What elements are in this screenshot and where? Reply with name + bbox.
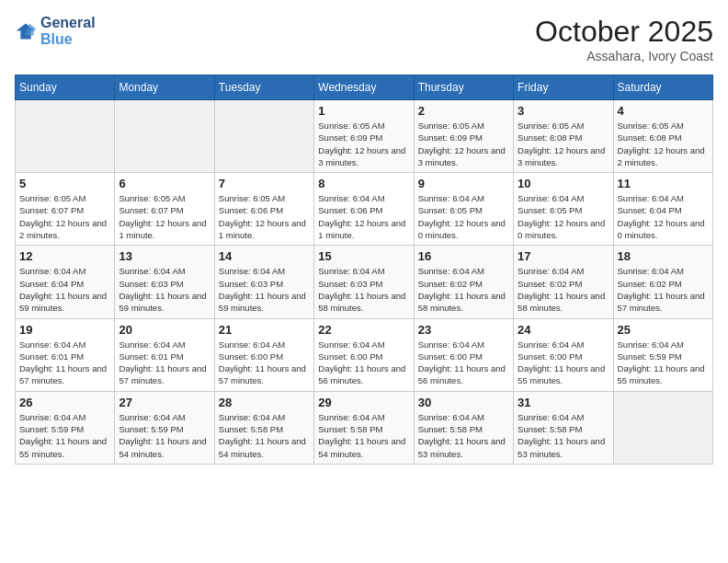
title-section: October 2025 Assahara, Ivory Coast [535,15,713,63]
calendar-cell: 11Sunrise: 6:04 AMSunset: 6:04 PMDayligh… [613,173,712,246]
day-number: 27 [119,396,210,409]
calendar-cell: 30Sunrise: 6:04 AMSunset: 5:58 PMDayligh… [414,391,513,464]
day-number: 9 [418,177,509,190]
day-info: Sunrise: 6:04 AMSunset: 6:02 PMDaylight:… [618,265,709,314]
day-number: 2 [418,104,509,118]
calendar-cell: 19Sunrise: 6:04 AMSunset: 6:01 PMDayligh… [16,318,115,391]
day-info: Sunrise: 6:04 AMSunset: 6:04 PMDaylight:… [19,265,110,314]
day-info: Sunrise: 6:04 AMSunset: 6:03 PMDaylight:… [119,265,210,314]
day-number: 12 [19,249,110,263]
logo-line1: General [40,15,96,31]
day-number: 1 [318,104,409,118]
calendar-cell: 17Sunrise: 6:04 AMSunset: 6:02 PMDayligh… [514,246,613,318]
day-number: 22 [318,323,409,337]
day-info: Sunrise: 6:04 AMSunset: 6:03 PMDaylight:… [318,265,409,314]
calendar-cell: 3Sunrise: 6:05 AMSunset: 6:08 PMDaylight… [514,100,613,173]
day-info: Sunrise: 6:04 AMSunset: 5:59 PMDaylight:… [19,411,110,460]
day-info: Sunrise: 6:04 AMSunset: 6:06 PMDaylight:… [318,192,409,241]
page-header: General Blue October 2025 Assahara, Ivor… [15,15,713,63]
calendar-cell: 21Sunrise: 6:04 AMSunset: 6:00 PMDayligh… [214,318,313,391]
calendar-cell: 7Sunrise: 6:05 AMSunset: 6:06 PMDaylight… [214,173,313,246]
calendar-cell: 6Sunrise: 6:05 AMSunset: 6:07 PMDaylight… [115,173,214,246]
logo: General Blue [15,15,96,47]
calendar-cell: 9Sunrise: 6:04 AMSunset: 6:05 PMDaylight… [414,173,513,246]
day-info: Sunrise: 6:04 AMSunset: 5:59 PMDaylight:… [119,411,210,460]
day-number: 6 [119,177,210,190]
calendar-cell: 4Sunrise: 6:05 AMSunset: 6:08 PMDaylight… [613,100,712,173]
day-number: 17 [518,249,609,263]
day-info: Sunrise: 6:04 AMSunset: 5:58 PMDaylight:… [518,411,609,460]
calendar-cell [214,100,313,173]
day-info: Sunrise: 6:05 AMSunset: 6:06 PMDaylight:… [219,192,310,241]
day-info: Sunrise: 6:05 AMSunset: 6:09 PMDaylight:… [318,120,409,168]
weekday-header: Monday [115,75,214,100]
calendar-header: SundayMondayTuesdayWednesdayThursdayFrid… [16,75,713,100]
day-info: Sunrise: 6:05 AMSunset: 6:08 PMDaylight:… [518,120,609,168]
day-info: Sunrise: 6:05 AMSunset: 6:08 PMDaylight:… [618,120,709,168]
day-number: 18 [618,249,709,263]
calendar-cell [16,100,115,173]
day-info: Sunrise: 6:04 AMSunset: 6:02 PMDaylight:… [418,265,509,314]
calendar-cell: 18Sunrise: 6:04 AMSunset: 6:02 PMDayligh… [613,246,712,318]
calendar-cell [115,100,214,173]
day-info: Sunrise: 6:04 AMSunset: 6:00 PMDaylight:… [418,339,509,387]
day-number: 3 [518,104,609,118]
calendar-cell: 15Sunrise: 6:04 AMSunset: 6:03 PMDayligh… [314,246,414,318]
day-number: 15 [318,249,409,263]
day-number: 4 [618,104,709,118]
day-info: Sunrise: 6:04 AMSunset: 6:01 PMDaylight:… [19,339,110,387]
day-number: 8 [318,177,409,190]
day-info: Sunrise: 6:04 AMSunset: 5:58 PMDaylight:… [219,411,310,460]
day-number: 13 [119,249,210,263]
calendar-cell: 26Sunrise: 6:04 AMSunset: 5:59 PMDayligh… [16,391,115,464]
calendar-cell: 25Sunrise: 6:04 AMSunset: 5:59 PMDayligh… [613,318,712,391]
calendar-cell: 22Sunrise: 6:04 AMSunset: 6:00 PMDayligh… [314,318,414,391]
day-number: 25 [618,323,709,337]
day-number: 14 [219,249,310,263]
day-number: 24 [518,323,609,337]
calendar-cell: 20Sunrise: 6:04 AMSunset: 6:01 PMDayligh… [115,318,214,391]
calendar-cell: 14Sunrise: 6:04 AMSunset: 6:03 PMDayligh… [214,246,313,318]
day-info: Sunrise: 6:04 AMSunset: 6:00 PMDaylight:… [318,339,409,387]
day-number: 20 [119,323,210,337]
calendar-cell: 28Sunrise: 6:04 AMSunset: 5:58 PMDayligh… [214,391,313,464]
day-info: Sunrise: 6:04 AMSunset: 5:58 PMDaylight:… [418,411,509,460]
day-number: 29 [318,396,409,409]
calendar-cell: 13Sunrise: 6:04 AMSunset: 6:03 PMDayligh… [115,246,214,318]
weekday-header: Thursday [414,75,513,100]
day-info: Sunrise: 6:05 AMSunset: 6:07 PMDaylight:… [119,192,210,241]
logo-icon [15,22,37,40]
day-info: Sunrise: 6:05 AMSunset: 6:07 PMDaylight:… [19,192,110,241]
day-info: Sunrise: 6:04 AMSunset: 5:58 PMDaylight:… [318,411,409,460]
day-info: Sunrise: 6:04 AMSunset: 5:59 PMDaylight:… [618,339,709,387]
calendar-cell: 31Sunrise: 6:04 AMSunset: 5:58 PMDayligh… [514,391,613,464]
calendar-cell: 16Sunrise: 6:04 AMSunset: 6:02 PMDayligh… [414,246,513,318]
day-info: Sunrise: 6:04 AMSunset: 6:00 PMDaylight:… [219,339,310,387]
calendar-cell: 2Sunrise: 6:05 AMSunset: 6:09 PMDaylight… [414,100,513,173]
calendar-cell: 10Sunrise: 6:04 AMSunset: 6:05 PMDayligh… [514,173,613,246]
day-info: Sunrise: 6:05 AMSunset: 6:09 PMDaylight:… [418,120,509,168]
calendar-cell: 12Sunrise: 6:04 AMSunset: 6:04 PMDayligh… [16,246,115,318]
day-number: 11 [618,177,709,190]
day-info: Sunrise: 6:04 AMSunset: 6:05 PMDaylight:… [418,192,509,241]
weekday-header: Wednesday [314,75,414,100]
weekday-header: Saturday [613,75,712,100]
day-number: 28 [219,396,310,409]
day-number: 26 [19,396,110,409]
calendar-cell: 29Sunrise: 6:04 AMSunset: 5:58 PMDayligh… [314,391,414,464]
day-number: 7 [219,177,310,190]
calendar-cell: 5Sunrise: 6:05 AMSunset: 6:07 PMDaylight… [16,173,115,246]
calendar-table: SundayMondayTuesdayWednesdayThursdayFrid… [15,75,713,465]
day-number: 19 [19,323,110,337]
day-number: 21 [219,323,310,337]
location: Assahara, Ivory Coast [535,49,713,63]
day-info: Sunrise: 6:04 AMSunset: 6:00 PMDaylight:… [518,339,609,387]
weekday-header: Friday [514,75,613,100]
day-info: Sunrise: 6:04 AMSunset: 6:03 PMDaylight:… [219,265,310,314]
day-info: Sunrise: 6:04 AMSunset: 6:01 PMDaylight:… [119,339,210,387]
day-number: 16 [418,249,509,263]
day-number: 31 [518,396,609,409]
day-info: Sunrise: 6:04 AMSunset: 6:02 PMDaylight:… [518,265,609,314]
day-info: Sunrise: 6:04 AMSunset: 6:05 PMDaylight:… [518,192,609,241]
calendar-cell: 24Sunrise: 6:04 AMSunset: 6:00 PMDayligh… [514,318,613,391]
